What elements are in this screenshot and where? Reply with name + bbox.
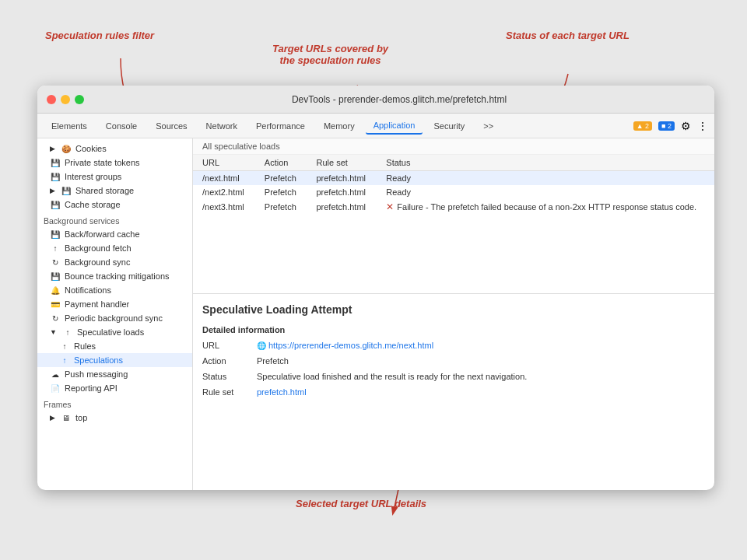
detail-ruleset-value: prefetch.html (257, 387, 307, 397)
table-row[interactable]: /next.htmlPrefetchprefetch.htmlReady (193, 171, 714, 186)
tab-performance[interactable]: Performance (248, 118, 313, 134)
frame-icon: 🖥 (61, 414, 72, 422)
sidebar: ▶ 🍪 Cookies 💾 Private state tokens 💾 Int… (37, 138, 193, 490)
ruleset-link[interactable]: prefetch.html (257, 387, 307, 397)
devtools-toolbar: Elements Console Sources Network Perform… (37, 114, 714, 138)
arrow-icon: ▶ (50, 187, 55, 194)
table-row[interactable]: /next3.htmlPrefetchprefetch.html✕ Failur… (193, 199, 714, 215)
col-rule-set: Rule set (307, 155, 377, 171)
annotation-target-urls: Target URLs covered bythe speculation ru… (272, 43, 388, 66)
tab-more[interactable]: >> (475, 118, 501, 134)
window-title: DevTools - prerender-demos.glitch.me/pre… (93, 94, 705, 105)
col-action: Action (255, 155, 307, 171)
more-menu-icon[interactable]: ⋮ (697, 120, 708, 132)
sidebar-item-private-state-tokens[interactable]: 💾 Private state tokens (37, 156, 192, 170)
browser-window: DevTools - prerender-demos.glitch.me/pre… (37, 86, 714, 490)
cache-icon: 💾 (50, 201, 61, 209)
sidebar-item-speculations[interactable]: ↑ Speculations (37, 353, 192, 367)
sidebar-item-bounce-tracking[interactable]: 💾 Bounce tracking mitigations (37, 269, 192, 283)
detail-url-label: URL (202, 341, 257, 350)
annotation-status: Status of each target URL (506, 30, 630, 41)
arrow-icon: ▶ (50, 145, 55, 152)
reporting-icon: 📄 (50, 384, 61, 393)
tab-network[interactable]: Network (198, 118, 245, 134)
shared-storage-icon: 💾 (61, 187, 72, 195)
cell-action: Prefetch (255, 171, 307, 186)
error-icon: ✕ (386, 201, 394, 212)
right-panel: All speculative loads URL Action Rule se… (193, 138, 714, 490)
speculations-icon: ↑ (59, 356, 70, 365)
detail-status-value: Speculative load finished and the result… (257, 372, 527, 381)
sidebar-item-periodic-bg-sync[interactable]: ↻ Periodic background sync (37, 311, 192, 325)
cell-action: Prefetch (255, 185, 307, 199)
sidebar-item-cookies[interactable]: ▶ 🍪 Cookies (37, 142, 192, 156)
traffic-lights (47, 95, 84, 104)
tab-memory[interactable]: Memory (316, 118, 363, 134)
cookies-icon: 🍪 (61, 145, 72, 153)
periodic-sync-icon: ↻ (50, 314, 61, 323)
sidebar-item-speculative-loads[interactable]: ▼ ↑ Speculative loads (37, 325, 192, 339)
background-services-label: Background services (37, 212, 192, 227)
sidebar-item-payment-handler[interactable]: 💳 Payment handler (37, 297, 192, 311)
cell-url: /next2.html (193, 185, 255, 199)
detail-action-label: Action (202, 356, 257, 366)
sidebar-item-reporting-api[interactable]: 📄 Reporting API (37, 381, 192, 395)
tab-application[interactable]: Application (366, 117, 423, 135)
annotation-details: Selected target URL details (296, 498, 426, 509)
push-icon: ☁ (50, 370, 61, 379)
detail-row-action: Action Prefetch (202, 356, 705, 366)
detail-status-label: Status (202, 372, 257, 381)
minimize-button[interactable] (61, 95, 70, 104)
sync-icon: ↻ (50, 258, 61, 267)
sidebar-item-frames-top[interactable]: ▶ 🖥 top (37, 411, 192, 425)
cell-ruleset: prefetch.html (307, 185, 377, 199)
close-button[interactable] (47, 95, 56, 104)
tab-elements[interactable]: Elements (44, 118, 95, 134)
table-row[interactable]: /next2.htmlPrefetchprefetch.htmlReady (193, 185, 714, 199)
notifications-icon: 🔔 (50, 286, 61, 295)
annotation-speculation-filter: Speculation rules filter (45, 30, 154, 41)
toolbar-icons: ▲ 2 ■ 2 ⚙ ⋮ (633, 120, 708, 132)
frames-label: Frames (37, 395, 192, 411)
sidebar-item-shared-storage[interactable]: ▶ 💾 Shared storage (37, 184, 192, 198)
sidebar-item-background-fetch[interactable]: ↑ Background fetch (37, 241, 192, 255)
speculative-icon: ↑ (62, 328, 73, 337)
cell-status: ✕ Failure - The prefetch failed because … (377, 199, 714, 215)
sidebar-item-push-messaging[interactable]: ☁ Push messaging (37, 367, 192, 381)
detail-row-ruleset: Rule set prefetch.html (202, 387, 705, 397)
title-bar: DevTools - prerender-demos.glitch.me/pre… (37, 86, 714, 114)
cell-url: /next3.html (193, 199, 255, 215)
bounce-icon: 💾 (50, 272, 61, 281)
maximize-button[interactable] (75, 95, 84, 104)
sidebar-item-notifications[interactable]: 🔔 Notifications (37, 283, 192, 297)
detail-url-value: 🌐 https://prerender-demos.glitch.me/next… (257, 341, 433, 350)
sidebar-item-interest-groups[interactable]: 💾 Interest groups (37, 170, 192, 184)
interest-icon: 💾 (50, 173, 61, 181)
tab-console[interactable]: Console (98, 118, 145, 134)
tab-security[interactable]: Security (426, 118, 472, 134)
tab-sources[interactable]: Sources (148, 118, 195, 134)
info-badge: ■ 2 (658, 121, 675, 131)
storage-icon: 💾 (50, 159, 61, 167)
url-link[interactable]: 🌐 https://prerender-demos.glitch.me/next… (257, 341, 433, 350)
cell-action: Prefetch (255, 199, 307, 215)
sidebar-item-back-forward-cache[interactable]: 💾 Back/forward cache (37, 227, 192, 241)
globe-icon: 🌐 (257, 341, 266, 350)
detail-section-title: Detailed information (202, 325, 705, 334)
sidebar-item-background-sync[interactable]: ↻ Selected target URL details Background… (37, 255, 192, 269)
col-status: Status (377, 155, 714, 171)
rules-icon: ↑ (59, 342, 70, 351)
cell-ruleset: prefetch.html (307, 171, 377, 186)
sidebar-item-rules[interactable]: ↑ Rules (37, 339, 192, 353)
cell-ruleset: prefetch.html (307, 199, 377, 215)
detail-title: Speculative Loading Attempt (202, 303, 705, 316)
warning-badge: ▲ 2 (633, 121, 652, 131)
detail-panel: Speculative Loading Attempt Detailed inf… (193, 294, 714, 490)
col-url: URL (193, 155, 255, 171)
sidebar-item-cache-storage[interactable]: 💾 Cache storage (37, 198, 192, 212)
cell-status: Ready (377, 185, 714, 199)
speculative-loads-table-area: All speculative loads URL Action Rule se… (193, 138, 714, 294)
fetch-icon: ↑ (50, 244, 61, 253)
gear-icon[interactable]: ⚙ (681, 120, 691, 132)
all-speculative-loads-header: All speculative loads (193, 138, 714, 155)
